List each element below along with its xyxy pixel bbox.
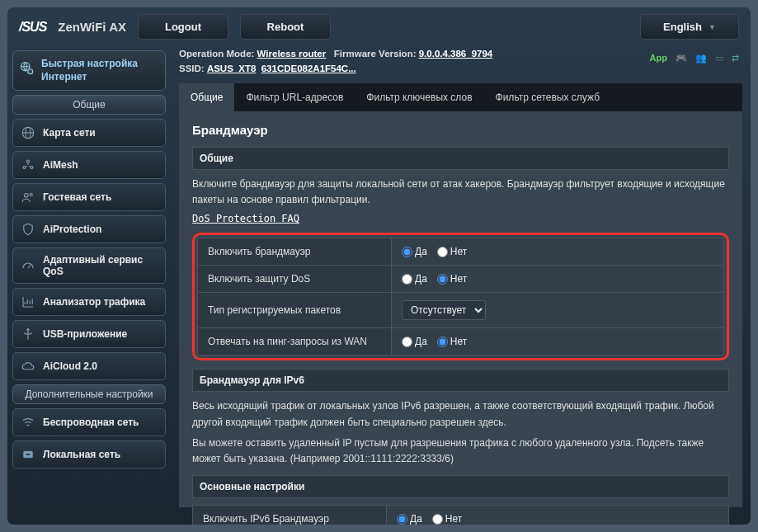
firmware-link[interactable]: 9.0.0.4.386_9794 <box>419 49 493 59</box>
top-bar: /SUS ZenWiFi AX Logout Reboot English <box>7 7 751 46</box>
sidebar-item-lan[interactable]: Локальная сеть <box>12 440 166 468</box>
row-enable-ipv6-firewall: Включить IPv6 Брандмауэр Да Нет <box>193 506 729 525</box>
tab-general[interactable]: Общие <box>179 83 234 111</box>
svg-point-6 <box>31 167 33 169</box>
app-link[interactable]: App <box>650 53 667 64</box>
sidebar-item-network-map[interactable]: Карта сети <box>12 119 166 147</box>
mesh-icon <box>21 158 35 172</box>
enable-firewall-yes[interactable]: Да <box>402 246 427 257</box>
sidebar-item-aimesh[interactable]: AiMesh <box>12 151 166 179</box>
tab-bar: Общие Фильтр URL-адресов Фильтр ключевых… <box>179 82 742 111</box>
status-icons: App 🎮 👥 ▭ ⇄ <box>650 53 739 64</box>
ipv6-firewall-no[interactable]: Нет <box>432 513 462 525</box>
sidebar-item-aicloud[interactable]: AiCloud 2.0 <box>12 352 166 380</box>
basic-settings-heading: Основные настройки <box>192 475 729 498</box>
dos-faq-link[interactable]: DoS Protection FAQ <box>192 213 299 224</box>
users-icon[interactable]: 👥 <box>695 53 707 64</box>
language-select[interactable]: English <box>640 14 739 40</box>
logout-button[interactable]: Logout <box>138 14 228 40</box>
svg-point-5 <box>23 167 26 169</box>
svg-point-1 <box>28 69 33 74</box>
enable-dos-yes[interactable]: Да <box>402 273 427 285</box>
enable-dos-no[interactable]: Нет <box>437 273 467 285</box>
sidebar: Быстрая настройка Интернет Общие Карта с… <box>7 50 171 525</box>
wifi-icon <box>21 415 35 430</box>
tab-url-filter[interactable]: Фильтр URL-адресов <box>234 83 355 111</box>
row-enable-firewall: Включить брандмауэр Да Нет <box>198 238 724 266</box>
device-icon[interactable]: ▭ <box>715 53 723 64</box>
shield-icon <box>21 222 35 237</box>
section-general: Общие <box>12 95 166 115</box>
row-enable-dos: Включить защиту DoS Да Нет <box>198 266 724 293</box>
respond-ping-yes[interactable]: Да <box>402 336 427 347</box>
usb-status-icon[interactable]: ⇄ <box>732 53 739 64</box>
content-area: Operation Mode: Wireless router Firmware… <box>171 46 751 525</box>
tab-keyword-filter[interactable]: Фильтр ключевых слов <box>355 83 483 111</box>
svg-point-7 <box>25 194 29 198</box>
sidebar-item-wireless[interactable]: Беспроводная сеть <box>12 408 166 436</box>
ipv6-desc-2: Вы можете оставить удаленный IP пустым д… <box>192 435 729 467</box>
sidebar-item-traffic-analyzer[interactable]: Анализатор трафика <box>12 288 166 316</box>
enable-firewall-no[interactable]: Нет <box>437 246 467 257</box>
quick-internet-setup-button[interactable]: Быстрая настройка Интернет <box>12 50 166 91</box>
sidebar-item-aiprotection[interactable]: AiProtection <box>12 215 166 243</box>
guest-icon <box>21 190 35 205</box>
model-name: ZenWiFi AX <box>58 20 126 34</box>
row-respond-ping: Отвечать на пинг-запросы из WAN Да Нет <box>198 328 724 355</box>
qis-label: Быстрая настройка Интернет <box>41 58 158 83</box>
svg-rect-10 <box>26 454 31 456</box>
general-description: Включите брандмауэр для защиты локальной… <box>192 177 729 208</box>
sidebar-item-usb-app[interactable]: USB-приложение <box>12 320 166 348</box>
operation-mode-link[interactable]: Wireless router <box>257 49 327 59</box>
respond-ping-no[interactable]: Нет <box>437 336 467 347</box>
general-heading: Общие <box>192 147 729 170</box>
asus-logo: /SUS <box>19 20 46 35</box>
reboot-button[interactable]: Reboot <box>240 14 331 40</box>
logged-packets-select[interactable]: Отсутствует <box>402 300 486 320</box>
ipv6-desc-1: Весь исходящий трафик от локальных узлов… <box>192 398 729 430</box>
sidebar-item-guest-network[interactable]: Гостевая сеть <box>12 183 166 211</box>
ipv6-firewall-yes[interactable]: Да <box>397 513 422 525</box>
sidebar-item-qos[interactable]: Адаптивный сервис QoS <box>12 247 166 284</box>
globe-gear-icon <box>20 61 35 80</box>
svg-point-8 <box>30 194 32 196</box>
row-logged-packets: Тип регистрируемых пакетов Отсутствует <box>198 293 724 328</box>
chart-icon <box>21 294 35 309</box>
section-advanced: Дополнительные настройки <box>12 384 166 404</box>
lan-icon <box>21 447 35 462</box>
ipv6-heading: Брандмауэр для IPv6 <box>192 369 729 392</box>
highlighted-settings: Включить брандмауэр Да Нет Включить защи… <box>192 233 729 360</box>
gamepad-icon[interactable]: 🎮 <box>676 53 687 64</box>
tab-network-services-filter[interactable]: Фильтр сетевых служб <box>484 83 611 111</box>
usb-icon <box>21 327 35 341</box>
page-title: Брандмауэр <box>192 123 729 137</box>
speedometer-icon <box>21 258 35 273</box>
globe-icon <box>21 125 35 140</box>
svg-point-4 <box>27 160 30 162</box>
cloud-icon <box>21 359 35 374</box>
firewall-panel: Брандмауэр Общие Включите брандмауэр для… <box>179 111 742 507</box>
